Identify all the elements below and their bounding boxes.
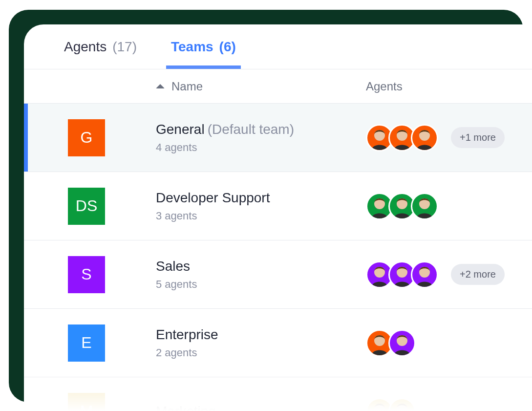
column-name[interactable]: Name [156, 80, 366, 93]
avatar [411, 261, 438, 288]
avatar [411, 193, 438, 220]
team-avatars [366, 261, 438, 288]
team-agents-count: 3 agents [156, 210, 366, 222]
tab-teams-count: (6) [219, 39, 236, 55]
column-header-row: Name Agents [24, 69, 532, 104]
avatar [388, 398, 416, 411]
teams-panel: Agents (17) Teams (6) Name Agents GGener… [24, 24, 532, 411]
team-row[interactable]: GGeneral(Default team)4 agents +1 more [24, 104, 532, 172]
team-initials-badge: S [68, 256, 105, 293]
column-name-label: Name [171, 80, 203, 93]
team-name: Developer Support [156, 190, 366, 206]
avatar [388, 329, 416, 357]
team-row[interactable]: DSDeveloper Support3 agents [24, 172, 532, 240]
tab-teams[interactable]: Teams (6) [166, 34, 241, 69]
team-agents-count: 2 agents [156, 346, 366, 359]
team-name-block: Sales5 agents [156, 259, 366, 291]
tab-agents-count: (17) [112, 39, 137, 55]
team-name: Marketing [156, 404, 366, 411]
tab-agents[interactable]: Agents (17) [59, 34, 142, 69]
more-agents-chip[interactable]: +2 more [451, 264, 505, 285]
sort-asc-icon [156, 84, 165, 88]
team-row[interactable]: SSales5 agents +2 more [24, 240, 532, 309]
team-avatars [366, 193, 438, 220]
team-initials-badge: E [68, 324, 105, 362]
column-agents-label: Agents [366, 80, 403, 93]
column-agents[interactable]: Agents [366, 80, 403, 93]
tabs-bar: Agents (17) Teams (6) [24, 24, 532, 69]
tab-agents-label: Agents [64, 39, 106, 55]
tab-teams-label: Teams [171, 39, 213, 55]
team-name: Enterprise [156, 327, 366, 343]
team-agents-count: 4 agents [156, 141, 366, 154]
avatar [411, 124, 438, 151]
team-name-block: General(Default team)4 agents [156, 122, 366, 154]
team-row[interactable]: EEnterprise2 agents [24, 309, 532, 377]
team-avatars [366, 124, 438, 151]
team-avatars [366, 398, 416, 411]
team-note: (Default team) [208, 122, 294, 137]
more-agents-chip[interactable]: +1 more [451, 127, 505, 148]
team-initials-badge: G [68, 119, 105, 156]
team-initials-badge: DS [68, 188, 105, 225]
team-agents-count: 5 agents [156, 278, 366, 291]
team-name: Sales [156, 259, 366, 274]
team-avatars [366, 329, 416, 357]
team-name: General(Default team) [156, 122, 366, 137]
team-row[interactable]: MMarketing [24, 377, 532, 411]
team-initials-badge: M [68, 393, 105, 411]
team-name-block: Marketing [156, 404, 366, 411]
teams-list: GGeneral(Default team)4 agents +1 moreDS… [24, 104, 532, 411]
team-name-block: Enterprise2 agents [156, 327, 366, 359]
team-name-block: Developer Support3 agents [156, 190, 366, 222]
